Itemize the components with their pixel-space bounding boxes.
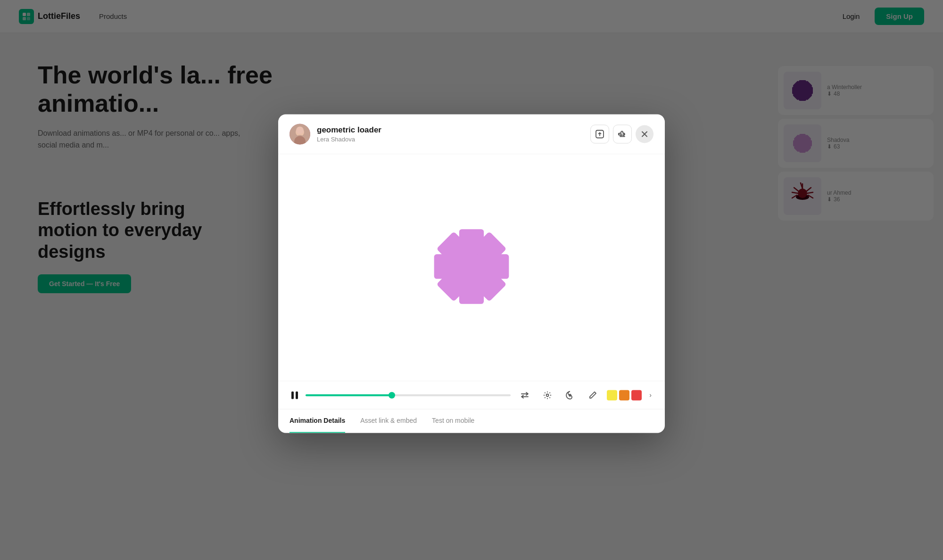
tab-test-mobile[interactable]: Test on mobile [432,409,474,433]
tab-animation-details[interactable]: Animation Details [290,409,345,433]
progress-fill [306,394,392,396]
svg-rect-33 [291,391,294,399]
avatar-image [290,124,310,144]
animation-canvas [278,154,665,380]
modal-tabs: Animation Details Asset link & embed Tes… [278,409,665,433]
author-name: Lera Shadova [317,136,584,143]
color-swatch-yellow[interactable] [607,390,617,400]
pause-button[interactable] [290,390,300,400]
settings-button[interactable] [539,387,556,404]
color-button[interactable] [562,387,579,404]
progress-track [306,394,511,396]
progress-bar[interactable] [306,390,511,400]
animation-title: geometric loader [317,125,584,135]
progress-thumb[interactable] [389,392,395,398]
playback-controls: › [278,380,665,409]
author-info: geometric loader Lera Shadova [317,125,584,143]
like-button[interactable] [613,124,632,143]
upload-button[interactable] [590,124,609,143]
svg-rect-34 [296,391,298,399]
svg-point-35 [546,394,549,396]
color-swatch-red[interactable] [631,390,642,400]
color-swatch-orange[interactable] [619,390,629,400]
modal-header-actions [590,124,653,143]
geometric-loader-animation [405,200,538,334]
close-button[interactable] [636,125,653,143]
color-expand-button[interactable]: › [647,391,653,399]
avatar [290,124,310,144]
edit-button[interactable] [584,387,601,404]
repeat-button[interactable] [516,387,533,404]
modal-header: geometric loader Lera Shadova [278,114,665,154]
modal: geometric loader Lera Shadova [278,114,665,433]
color-palette [607,390,642,400]
tab-asset-link[interactable]: Asset link & embed [360,409,417,433]
